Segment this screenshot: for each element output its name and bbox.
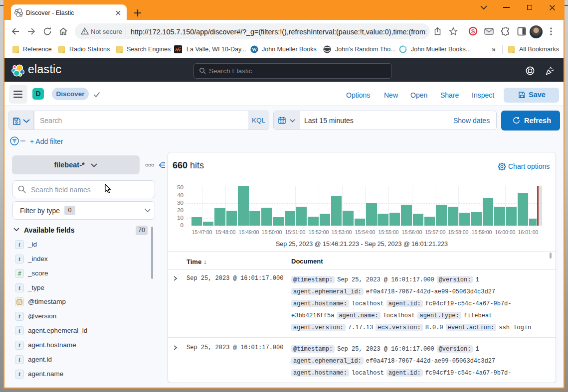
svg-text:W: W bbox=[252, 47, 257, 52]
svg-text:S: S bbox=[471, 28, 475, 34]
